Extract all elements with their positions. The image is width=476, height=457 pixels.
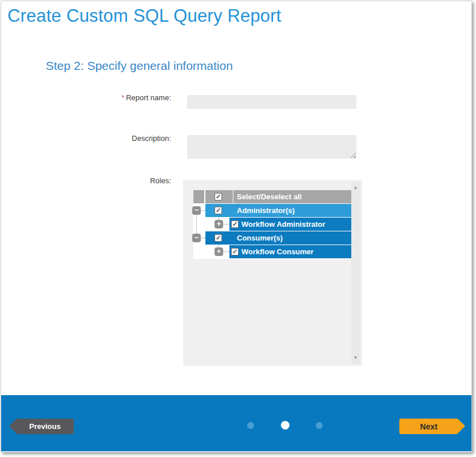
page-title: Create Custom SQL Query Report [7, 6, 281, 26]
step-pagination [1, 421, 471, 430]
scrollbar[interactable]: ▲ ▼ [351, 182, 360, 364]
select-all-label: Select/Deselect all [237, 192, 302, 201]
tree-line [223, 224, 229, 224]
roles-panel: ✓ Select/Deselect all − + − + ✓ Administ… [183, 180, 362, 366]
tree-row-label: Consumer(s) [237, 234, 283, 242]
wizard-window: Create Custom SQL Query Report Step 2: S… [1, 1, 472, 452]
tree-row-workflow-consumer[interactable]: ✓ Workflow Consumer [229, 245, 351, 258]
description-label: Description: [58, 134, 171, 143]
step-heading: Step 2: Specify general information [46, 59, 233, 73]
tree-row-consumers[interactable]: ✓ Consumer(s) [205, 231, 351, 245]
expand-icon[interactable]: + [215, 247, 223, 256]
tree-line [201, 210, 205, 211]
tree-line [201, 238, 205, 238]
required-marker: * [122, 94, 125, 102]
roles-header-gutter [193, 190, 204, 203]
page-dot-active[interactable] [281, 421, 289, 430]
collapse-icon[interactable]: − [192, 234, 201, 242]
page-dot[interactable] [316, 422, 323, 429]
description-input[interactable] [187, 135, 356, 159]
checkbox[interactable]: ✓ [215, 234, 222, 242]
roles-header-row: ✓ Select/Deselect all [205, 190, 351, 203]
scroll-up-icon[interactable]: ▲ [351, 183, 360, 192]
report-name-label-text: Report name: [126, 93, 171, 102]
header-separator [233, 190, 233, 203]
checkbox[interactable]: ✓ [215, 207, 222, 214]
select-all-checkbox[interactable]: ✓ [215, 193, 222, 200]
tree-row-administrators[interactable]: ✓ Administrator(s) [205, 204, 351, 217]
roles-tree: ✓ Select/Deselect all − + − + ✓ Administ… [193, 190, 351, 259]
tree-row-workflow-administrator[interactable]: ✓ Workflow Administrator [229, 218, 351, 231]
expand-icon[interactable]: + [215, 220, 223, 229]
report-name-label: *Report name: [58, 93, 171, 102]
roles-label: Roles: [58, 176, 171, 185]
report-name-input[interactable] [187, 95, 356, 109]
scroll-down-icon[interactable]: ▼ [351, 353, 360, 363]
checkbox[interactable]: ✓ [231, 248, 239, 255]
checkbox[interactable]: ✓ [231, 220, 239, 228]
tree-row-label: Administrator(s) [237, 206, 295, 215]
tree-row-label: Workflow Administrator [241, 220, 326, 229]
tree-line [196, 215, 197, 234]
tree-line [223, 251, 229, 252]
tree-row-label: Workflow Consumer [241, 247, 314, 256]
page-dot[interactable] [247, 422, 254, 429]
collapse-icon[interactable]: − [192, 206, 201, 215]
